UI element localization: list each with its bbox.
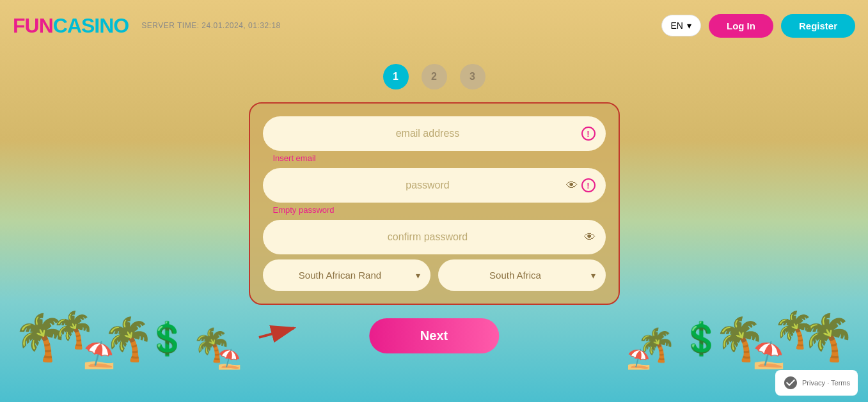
- step-1[interactable]: 1: [383, 64, 409, 89]
- header: FUN CASINO SERVER TIME: 24.01.2024, 01:3…: [0, 0, 868, 51]
- confirm-password-icons: 👁: [584, 231, 596, 244]
- confirm-password-input[interactable]: [263, 220, 606, 254]
- email-field-wrapper: !: [263, 116, 606, 151]
- eye-icon[interactable]: 👁: [584, 231, 596, 244]
- password-error-text: Empty password: [273, 205, 606, 215]
- country-select[interactable]: South Africa: [438, 259, 606, 291]
- lang-label: EN: [671, 20, 683, 31]
- step-indicators: 1 2 3: [383, 64, 485, 89]
- privacy-terms-text: Privacy · Terms: [802, 379, 850, 387]
- currency-select-wrapper: South African Rand ▾: [263, 259, 430, 291]
- email-error-icon: !: [581, 127, 596, 141]
- logo: FUN CASINO: [13, 14, 129, 38]
- email-input[interactable]: [263, 116, 606, 151]
- next-button[interactable]: Next: [369, 318, 499, 353]
- header-right: EN ▾ Log In Register: [661, 14, 855, 38]
- password-input[interactable]: [263, 168, 606, 203]
- chevron-down-icon: ▾: [687, 20, 691, 31]
- registration-form: ! Insert email 👁 ! Empty password 👁 Sout…: [249, 102, 620, 305]
- step-3[interactable]: 3: [460, 64, 485, 89]
- eye-icon[interactable]: 👁: [566, 179, 578, 192]
- currency-country-row: South African Rand ▾ South Africa ▾: [263, 259, 606, 291]
- svg-line-1: [259, 315, 294, 350]
- exclamation-icon: !: [581, 178, 596, 192]
- server-time: SERVER TIME: 24.01.2024, 01:32:18: [141, 21, 281, 30]
- language-selector[interactable]: EN ▾: [661, 15, 701, 36]
- confirm-password-field-wrapper: 👁: [263, 220, 606, 254]
- login-button[interactable]: Log In: [709, 14, 773, 38]
- exclamation-icon: !: [581, 127, 596, 141]
- privacy-terms: Privacy · Terms: [775, 370, 858, 396]
- step-2[interactable]: 2: [422, 64, 447, 89]
- password-field-wrapper: 👁 !: [263, 168, 606, 203]
- email-error-text: Insert email: [273, 153, 606, 163]
- logo-casino: CASINO: [53, 14, 129, 38]
- register-button[interactable]: Register: [781, 14, 855, 38]
- recaptcha-icon: [783, 375, 798, 390]
- country-select-wrapper: South Africa ▾: [438, 259, 606, 291]
- password-icons: 👁 !: [566, 178, 596, 192]
- currency-select[interactable]: South African Rand: [263, 259, 430, 291]
- logo-fun: FUN: [13, 14, 53, 38]
